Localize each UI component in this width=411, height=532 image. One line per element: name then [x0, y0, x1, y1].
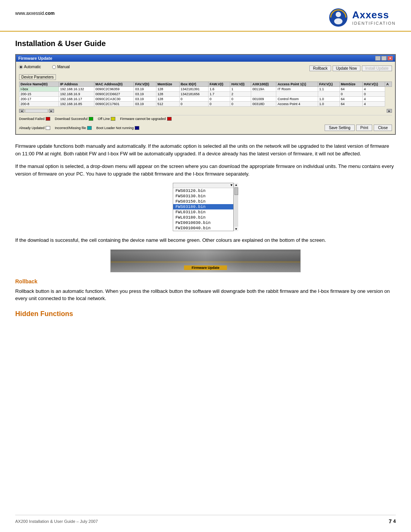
- fw-scroll-left[interactable]: ◄: [19, 109, 24, 113]
- table-cell: 128: [156, 87, 179, 92]
- table-cell: 2: [230, 92, 251, 97]
- body-text-1: Firmware update functions both manually …: [15, 142, 396, 157]
- table-row: I-box192.168.16.1320090C2C9635903.191281…: [19, 87, 392, 92]
- fw-install-update-btn[interactable]: Install Update: [362, 66, 392, 71]
- table-cell: 64: [339, 97, 363, 102]
- fw-status-label-incorrect: Incorrect/Missing file: [55, 126, 86, 130]
- table-cell: 0: [230, 97, 251, 102]
- fw-maximize-btn[interactable]: □: [381, 56, 387, 61]
- vscroll-track[interactable]: [234, 187, 238, 227]
- table-row: 200-8192.168.16.850090C2C1760103.1951200…: [19, 102, 392, 107]
- fw-status-label-offline: Off Line: [98, 117, 110, 121]
- fw-radio-row: Automatic Manual: [19, 65, 70, 69]
- fw-status-offline: Off Line: [98, 117, 115, 121]
- table-cell: 192.168.16.17: [59, 97, 94, 102]
- logo-name: Axxess: [352, 9, 389, 21]
- fw-status-row1: Download Failed Download Successful Off …: [19, 115, 392, 122]
- dropdown-items-container: FWS03120.binFWS03130.binFWS03150.binFWS0…: [173, 188, 233, 231]
- table-cell: 0090C2CA3C30: [94, 97, 134, 102]
- fw-status-box-incorrect: [87, 126, 92, 130]
- svg-point-2: [334, 18, 342, 24]
- fw-save-btn[interactable]: Save Setting: [325, 125, 355, 131]
- table-cell: Control Room: [276, 97, 318, 102]
- table-cell: 0: [208, 97, 230, 102]
- vscroll-down-btn[interactable]: ▼: [234, 227, 238, 231]
- fw-table-header-row: Device Name(ID) IP Address MAC Address(D…: [19, 82, 392, 87]
- dropdown-item[interactable]: FWI0010040.bin: [173, 225, 233, 231]
- table-cell: 0: [208, 102, 230, 107]
- fw-radio-automatic-btn[interactable]: [19, 65, 23, 69]
- header-url: www.axxessid.com: [15, 7, 54, 16]
- dropdown-item[interactable]: FWI0010030.bin: [173, 220, 233, 225]
- fw-col-faw: FAW.V(I): [208, 82, 230, 87]
- vscroll-up-btn[interactable]: ▲: [234, 183, 238, 187]
- table-cell: 0: [230, 102, 251, 107]
- table-cell: 1342181391: [179, 87, 208, 92]
- table-cell: 0: [179, 102, 208, 107]
- table-cell: IT Room: [276, 87, 318, 92]
- table-cell: 64: [339, 87, 363, 92]
- table-cell: 512: [156, 102, 179, 107]
- fw-status-box-success: [89, 117, 93, 121]
- fw-minimize-btn[interactable]: _: [375, 56, 381, 61]
- svg-point-1: [336, 12, 341, 17]
- fw-status-box-updated: [46, 126, 50, 130]
- vscroll-thumb[interactable]: [234, 187, 238, 195]
- dropdown-header[interactable]: ▼: [173, 183, 233, 188]
- fw-scroll-right[interactable]: ►: [49, 109, 54, 113]
- table-cell: 03.19: [134, 87, 156, 92]
- dropdown-item[interactable]: FWL03110.bin: [173, 209, 233, 215]
- table-cell: 0: [179, 97, 208, 102]
- table-cell: 4: [363, 97, 385, 102]
- main-content: Installation & User Guide Firmware Updat…: [0, 32, 411, 334]
- fw-status-already-updated: Already Updated: [19, 126, 50, 130]
- fw-scroll-track[interactable]: [25, 109, 48, 113]
- page-title: Installation & User Guide: [15, 39, 396, 48]
- fw-radio-manual-btn[interactable]: [52, 65, 56, 69]
- table-cell: [276, 92, 318, 97]
- fw-hscroll[interactable]: ◄ ►: [19, 109, 54, 113]
- screen-banner: Firmware Update: [184, 265, 227, 270]
- fw-close-window-btn[interactable]: Close: [374, 125, 392, 131]
- fw-scroll-right2[interactable]: ►: [387, 109, 392, 113]
- fw-status-box-offline: [111, 117, 115, 121]
- fw-controls: _ □ ✕: [375, 56, 393, 61]
- fw-print-btn[interactable]: Print: [356, 125, 373, 131]
- fw-section-label: Device Parameters: [19, 74, 56, 80]
- dropdown-item[interactable]: FWS03130.bin: [173, 193, 233, 199]
- table-cell: 1342181656: [179, 92, 208, 97]
- fw-status-box-fail: [46, 117, 50, 121]
- fw-radio-automatic[interactable]: Automatic: [19, 65, 41, 69]
- fw-status-label-updated: Already Updated: [19, 126, 45, 130]
- dropdown-arrow-icon[interactable]: ▼: [231, 184, 233, 187]
- fw-status-download-failed: Download Failed: [19, 117, 50, 121]
- table-cell: [251, 92, 276, 97]
- fw-rollback-btn[interactable]: Rollback: [309, 66, 331, 71]
- hidden-functions-heading: Hidden Functions: [15, 310, 396, 318]
- table-cell: 4: [363, 102, 385, 107]
- fw-col-device-name: Device Name(ID): [19, 82, 59, 87]
- table-cell: 1.0: [318, 97, 339, 102]
- fw-status-label-success: Download Successful: [55, 117, 88, 121]
- dropdown-item[interactable]: FWS03120.bin: [173, 188, 233, 193]
- dropdown-item[interactable]: FWS03150.bin: [173, 199, 233, 204]
- fw-top-buttons: Rollback Update Now Install Update: [309, 66, 392, 71]
- fw-status-cannot-upgrade: Firmware cannot be upgraded: [120, 117, 171, 121]
- fw-col-ibox: Ibox ID(#): [179, 82, 208, 87]
- table-row: 200-15192.168.16.90090C2CD662703.1912813…: [19, 92, 392, 97]
- fw-update-now-btn[interactable]: Update Now: [333, 66, 360, 71]
- fw-radio-manual[interactable]: Manual: [52, 65, 70, 69]
- dropdown-item[interactable]: FWS03180.bin: [173, 204, 233, 209]
- fw-close-btn[interactable]: ✕: [387, 56, 393, 61]
- fw-status-label-fail: Download Failed: [19, 117, 45, 121]
- table-cell: 03.19: [134, 102, 156, 107]
- fw-status-label-boot: Boot Loader Not running: [96, 126, 134, 130]
- table-cell: 0: [339, 92, 363, 97]
- fw-col-hav: HAV.V(I): [230, 82, 251, 87]
- fw-scrollbar-area: ◄ ► ►: [19, 109, 392, 113]
- page-header: www.axxessid.com Axxess Identification: [0, 0, 411, 32]
- dropdown-item[interactable]: FWL03180.bin: [173, 215, 233, 220]
- dropdown-vscroll[interactable]: ▲ ▼: [234, 183, 238, 231]
- fw-bottom-buttons: Save Setting Print Close: [325, 125, 392, 131]
- logo-tagline: Identification: [352, 21, 396, 26]
